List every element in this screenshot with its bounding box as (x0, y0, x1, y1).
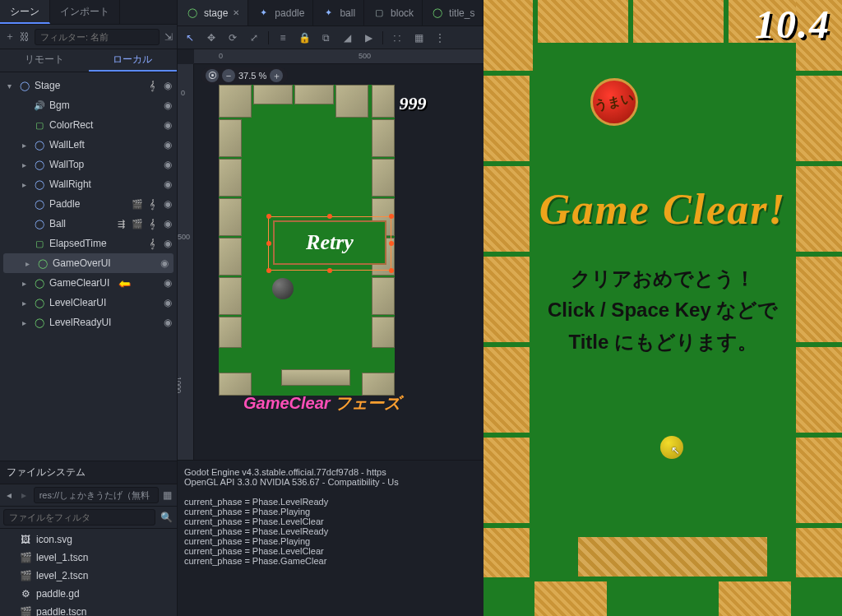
editor-tab-block[interactable]: ▢ block (364, 0, 423, 25)
fs-grid-button[interactable]: ▦ (162, 488, 173, 503)
scale-tool[interactable]: ⤢ (247, 30, 261, 45)
chevron-right-icon[interactable]: ▸ (18, 160, 30, 169)
wall-brick (219, 198, 242, 236)
chevron-right-icon[interactable]: ▸ (18, 279, 30, 288)
subtab-local[interactable]: ローカル (89, 49, 178, 72)
selection-handle[interactable] (389, 268, 394, 273)
visibility-icon[interactable]: ◉ (164, 198, 172, 210)
visibility-icon[interactable]: ◉ (164, 159, 172, 170)
chevron-down-icon[interactable]: ▾ (3, 81, 15, 90)
fs-item[interactable]: 🎬level_2.tscn (0, 567, 177, 585)
close-icon[interactable]: ✕ (233, 8, 239, 17)
selection-handle[interactable] (266, 268, 271, 273)
selection-handle[interactable] (389, 241, 394, 246)
list-tool[interactable]: ≡ (275, 30, 290, 45)
chevron-right-icon[interactable]: ▸ (18, 299, 30, 308)
chevron-right-icon[interactable]: ▸ (18, 141, 30, 150)
canvas-paddle[interactable] (281, 369, 350, 386)
visibility-icon[interactable]: ◉ (164, 238, 172, 249)
fs-item[interactable]: 🖼icon.svg (0, 530, 177, 549)
scene-filter-input[interactable] (35, 29, 160, 45)
canvas-contents[interactable]: 999 Retry GameClear フェーズ (194, 64, 483, 460)
retry-button[interactable]: Retry (273, 220, 386, 265)
fs-item[interactable]: ⚙paddle.gd (0, 585, 177, 603)
node-gameclearui[interactable]: ▸ ◯ GameClearUI ⬅ ◉ (0, 273, 177, 293)
script-icon[interactable]: 𝄞 (150, 219, 155, 229)
fs-search-button[interactable]: 🔍 (159, 510, 173, 525)
visibility-icon[interactable]: ◉ (160, 257, 169, 269)
output-console[interactable]: Godot Engine v4.3.stable.official.77dcf9… (178, 460, 483, 616)
node-label: WallLeft (49, 139, 85, 151)
grid-tool[interactable]: ▦ (411, 30, 426, 45)
fs-item[interactable]: 🎬level_1.tscn (0, 549, 177, 567)
node-walltop[interactable]: ▸ ◯ WallTop ◉ (0, 155, 177, 174)
visibility-icon[interactable]: ◉ (164, 218, 172, 229)
script-icon[interactable]: 𝄞 (150, 81, 155, 91)
group-tool[interactable]: ⧉ (318, 30, 333, 45)
node-elapsedtime[interactable]: ▢ ElapsedTime 𝄞 ◉ (0, 234, 177, 253)
node-levelclearui[interactable]: ▸ ◯ LevelClearUI ◉ (0, 293, 177, 313)
node-bgm[interactable]: 🔊 Bgm ◉ (0, 95, 177, 115)
selection-handle[interactable] (389, 214, 394, 219)
clapper-icon[interactable]: 🎬 (132, 199, 143, 210)
game-screen[interactable]: 10.4 うまい Game Clear! クリアおめでとう！ Click / S… (483, 0, 842, 616)
fs-filter-input[interactable] (3, 509, 155, 526)
add-node-button[interactable]: ＋ (5, 30, 15, 44)
more-tool[interactable]: ⋮ (433, 30, 447, 45)
rotate-tool[interactable]: ⟳ (225, 30, 240, 45)
fs-path-input[interactable] (34, 487, 159, 503)
node-colorrect[interactable]: ▢ ColorRect ◉ (0, 115, 177, 135)
editor-tab-stage[interactable]: ◯ stage ✕ (178, 0, 248, 25)
node-wallleft[interactable]: ▸ ◯ WallLeft ◉ (0, 135, 177, 155)
canvas-viewport[interactable]: 0 500 1000 0 500 ⦿ − 37.5 % ＋ (178, 49, 483, 460)
tab-import[interactable]: インポート (50, 0, 120, 24)
selection-handle[interactable] (266, 214, 271, 219)
chevron-right-icon[interactable]: ▸ (21, 259, 33, 268)
node-gameoverui[interactable]: ▸ ◯ GameOverUI ◉ (3, 253, 173, 273)
script-icon[interactable]: 𝄞 (150, 239, 155, 249)
script-icon[interactable]: 𝄞 (150, 199, 155, 210)
scene-tree[interactable]: ▾ ◯ Stage 𝄞 ◉ 🔊 Bgm ◉ ▢ ColorRect ◉ ▸ ◯ (0, 72, 177, 461)
clapper-icon[interactable]: 🎬 (132, 219, 143, 229)
visibility-icon[interactable]: ◉ (164, 277, 172, 289)
visibility-icon[interactable]: ◉ (164, 317, 172, 328)
running-game-window[interactable]: 10.4 うまい Game Clear! クリアおめでとう！ Click / S… (483, 0, 842, 616)
selection-handle[interactable] (327, 214, 332, 219)
editor-tab-ball[interactable]: ✦ ball (313, 0, 364, 25)
selection-handle[interactable] (266, 241, 271, 246)
chevron-right-icon[interactable]: ▸ (18, 318, 30, 327)
chevron-right-icon[interactable]: ▸ (18, 180, 30, 189)
game-paddle (578, 537, 767, 577)
visibility-icon[interactable]: ◉ (164, 297, 172, 308)
editor-tab-title[interactable]: ◯ title_s (423, 0, 483, 25)
visibility-icon[interactable]: ◉ (164, 178, 172, 190)
node-ball[interactable]: ◯ Ball ⇶ 🎬 𝄞 ◉ (0, 214, 177, 234)
fs-fwd-button[interactable]: ▸ (18, 488, 30, 503)
visibility-icon[interactable]: ◉ (164, 119, 172, 131)
tab-scene[interactable]: シーン (0, 0, 50, 24)
signal-icon[interactable]: ⇶ (118, 219, 125, 229)
scene-tool-a[interactable]: ⇲ (164, 30, 173, 44)
node-stage[interactable]: ▾ ◯ Stage 𝄞 ◉ (0, 76, 177, 95)
link-node-button[interactable]: ⛓ (20, 30, 30, 44)
node-paddle[interactable]: ◯ Paddle 🎬 𝄞 ◉ (0, 194, 177, 214)
visibility-icon[interactable]: ◉ (164, 139, 172, 151)
subtab-remote[interactable]: リモート (0, 49, 89, 72)
selection-handle[interactable] (327, 268, 332, 273)
move-tool[interactable]: ✥ (204, 30, 219, 45)
visibility-icon[interactable]: ◉ (164, 100, 172, 111)
fs-back-button[interactable]: ◂ (3, 488, 15, 503)
lock-tool[interactable]: 🔒 (297, 30, 312, 45)
ruler-tool[interactable]: ◢ (340, 30, 354, 45)
node-wallright[interactable]: ▸ ◯ WallRight ◉ (0, 174, 177, 194)
snap-tool[interactable]: ⸬ (390, 30, 405, 45)
editor-tab-paddle[interactable]: ✦ paddle (248, 0, 313, 25)
filesystem-list[interactable]: 🖼icon.svg 🎬level_1.tscn 🎬level_2.tscn ⚙p… (0, 529, 177, 616)
fs-item[interactable]: 🎬paddle.tscn (0, 603, 177, 616)
select-tool[interactable]: ↖ (183, 30, 197, 45)
pan-tool[interactable]: ▶ (361, 30, 376, 45)
canvas-ball[interactable] (272, 278, 294, 299)
visibility-icon[interactable]: ◉ (164, 80, 172, 91)
elapsed-time-label: 10.4 (755, 2, 830, 47)
node-levelreadyui[interactable]: ▸ ◯ LevelReadyUI ◉ (0, 313, 177, 332)
